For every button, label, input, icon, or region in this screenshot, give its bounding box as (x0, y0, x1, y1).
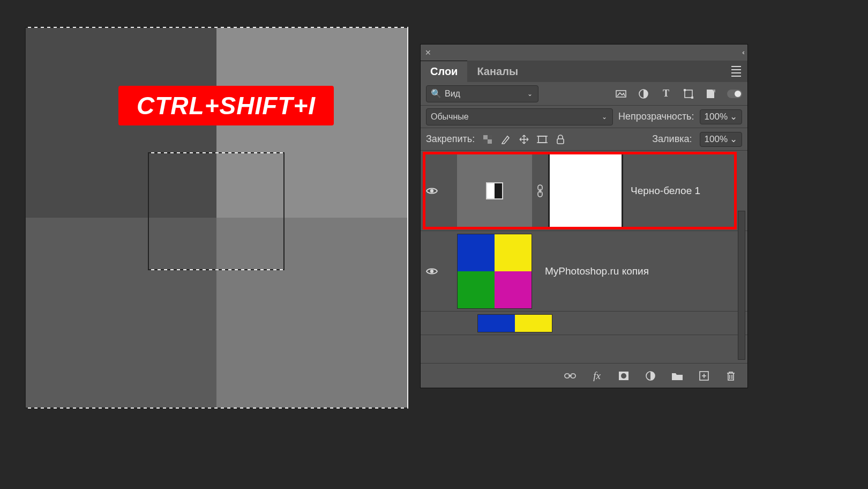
visibility-toggle-icon[interactable] (426, 187, 441, 195)
layer-filter-row: 🔍 Вид ⌄ T (421, 82, 747, 106)
panel-tabs: Слои Каналы (421, 61, 747, 82)
adjustment-thumbnail[interactable] (457, 153, 532, 228)
svg-rect-4 (691, 97, 693, 99)
layers-panel: ✕ ‹‹ Слои Каналы 🔍 Вид ⌄ T (420, 44, 748, 388)
lock-row: Закрепить: Заливка: 100% ⌄ (421, 128, 747, 151)
layer-row-partial[interactable] (421, 312, 747, 335)
filter-smartobject-icon[interactable] (706, 88, 716, 99)
lock-label: Закрепить: (426, 134, 475, 145)
chevron-down-icon: ⌄ (730, 134, 737, 145)
svg-rect-6 (483, 135, 488, 139)
lock-position-icon[interactable] (519, 134, 529, 145)
tab-channels[interactable]: Каналы (467, 61, 528, 82)
opacity-value: 100% (705, 112, 728, 122)
delete-layer-icon[interactable] (725, 370, 737, 382)
layer-fx-icon[interactable]: fx (591, 370, 603, 382)
layer-mask-thumbnail[interactable] (548, 153, 623, 228)
canvas-quadrant-bl (25, 218, 216, 409)
layer-name[interactable]: MyPhotoshop.ru копия (545, 265, 649, 277)
svg-rect-10 (538, 136, 546, 143)
svg-rect-7 (488, 135, 492, 139)
opacity-label: Непрозрачность: (618, 111, 694, 122)
lock-all-icon[interactable] (555, 134, 566, 145)
filter-kind-label: Вид (445, 89, 460, 99)
link-layers-icon[interactable] (564, 370, 576, 382)
document-canvas[interactable]: CTRL+SHIFT+I (25, 27, 408, 409)
canvas-quadrant-br (216, 218, 408, 409)
fill-label: Заливка: (652, 134, 692, 145)
filter-toggle-switch[interactable] (727, 90, 742, 98)
layers-list: Черно-белое 1 MyPhotoshop.ru копия (421, 151, 747, 335)
lock-pixels-icon[interactable] (500, 134, 511, 145)
shortcut-overlay-badge: CTRL+SHIFT+I (118, 86, 334, 125)
tab-layers[interactable]: Слои (421, 61, 467, 82)
svg-rect-2 (685, 90, 692, 98)
add-mask-icon[interactable] (618, 370, 630, 382)
layer-row-adjustment[interactable]: Черно-белое 1 (421, 151, 747, 231)
blend-mode-label: Обычные (431, 112, 469, 122)
new-layer-icon[interactable] (698, 370, 710, 382)
panel-scrollbar[interactable] (738, 211, 745, 360)
filter-shape-icon[interactable] (683, 88, 694, 99)
svg-point-18 (430, 269, 433, 272)
filter-type-icon[interactable]: T (661, 88, 671, 99)
chevron-down-icon: ⌄ (527, 90, 533, 98)
svg-rect-8 (483, 139, 488, 144)
panel-menu-icon[interactable] (731, 66, 741, 77)
svg-rect-13 (557, 139, 564, 144)
blend-mode-dropdown[interactable]: Обычные ⌄ (426, 108, 613, 125)
svg-rect-5 (707, 90, 714, 98)
lock-transparency-icon[interactable] (482, 134, 493, 145)
link-mask-icon[interactable] (536, 184, 544, 197)
layer-thumbnail[interactable] (477, 314, 552, 332)
panel-titlebar: ✕ ‹‹ (421, 45, 747, 61)
svg-rect-3 (684, 89, 686, 91)
blend-row: Обычные ⌄ Непрозрачность: 100% ⌄ (421, 106, 747, 128)
layer-thumbnail[interactable] (457, 234, 532, 309)
svg-point-14 (430, 189, 433, 192)
close-icon[interactable]: ✕ (425, 48, 431, 57)
panel-footer: fx (421, 363, 747, 388)
new-group-icon[interactable] (671, 370, 683, 382)
filter-adjustment-icon[interactable] (638, 88, 649, 99)
svg-rect-9 (488, 139, 492, 144)
bw-adjustment-icon (486, 182, 503, 199)
opacity-input[interactable]: 100% ⌄ (700, 109, 742, 124)
filter-pixel-icon[interactable] (616, 88, 626, 99)
svg-point-23 (621, 373, 626, 379)
chevron-down-icon: ⌄ (730, 111, 737, 122)
fill-input[interactable]: 100% ⌄ (700, 132, 742, 147)
filter-kind-dropdown[interactable]: 🔍 Вид ⌄ (426, 85, 538, 102)
lock-artboard-icon[interactable] (537, 134, 548, 145)
visibility-toggle-icon[interactable] (426, 267, 441, 276)
layer-row-image[interactable]: MyPhotoshop.ru копия (421, 231, 747, 312)
search-icon: 🔍 (431, 88, 442, 99)
chevron-down-icon: ⌄ (602, 113, 607, 121)
new-adjustment-icon[interactable] (645, 370, 656, 382)
fill-value: 100% (705, 134, 728, 145)
panel-collapse-icon[interactable]: ‹‹ (742, 49, 743, 56)
layer-name[interactable]: Черно-белое 1 (631, 185, 700, 197)
